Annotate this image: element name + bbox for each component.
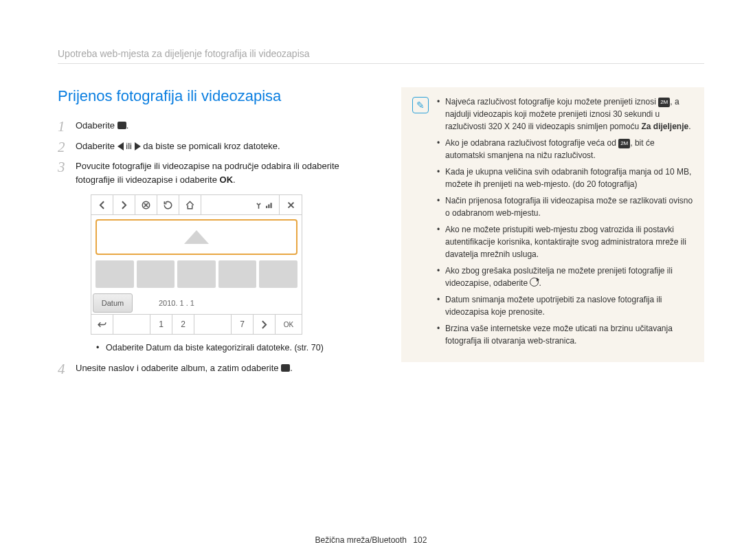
toolbar-spacer — [201, 195, 280, 214]
date-row: Datum 2010. 1 . 1 — [91, 292, 302, 315]
step-3: Povucite fotografije ili videozapise na … — [58, 159, 374, 355]
footer-label: Bežična mreža/Bluetooth — [315, 535, 407, 545]
bottom-gap — [113, 315, 150, 334]
content-columns: Prijenos fotografija ili videozapisa Oda… — [58, 87, 704, 381]
left-column: Prijenos fotografija ili videozapisa Oda… — [58, 87, 374, 381]
page-footer: Bežična mreža/Bluetooth 102 — [0, 535, 742, 545]
step-2-text-c: da biste se pomicali kroz datoteke. — [143, 141, 280, 151]
step-2: Odaberite ili da biste se pomicali kroz … — [58, 139, 374, 153]
page-7-button[interactable]: 7 — [232, 315, 254, 334]
svg-rect-3 — [271, 203, 272, 208]
step-4: Unesite naslov i odaberite album, a zati… — [58, 361, 374, 375]
nav-back-icon[interactable] — [91, 195, 113, 214]
step-1: Odaberite . — [58, 119, 374, 133]
thumbnail[interactable] — [218, 260, 257, 288]
close-icon[interactable] — [280, 195, 302, 214]
date-value: 2010. 1 . 1 — [134, 292, 302, 314]
right-column: ✎ Najveća razlučivost fotografije koju m… — [401, 87, 704, 381]
step-2-text-b: ili — [126, 141, 134, 151]
notice-item: Ako je odabrana razlučivost fotografije … — [437, 137, 693, 161]
retry-icon — [530, 278, 539, 287]
step-1-text: Odaberite — [76, 120, 117, 131]
resolution-2m-icon: 2M — [658, 98, 670, 107]
step-2-text-a: Odaberite — [76, 141, 117, 151]
notice-item: Način prijenosa fotografija ili videozap… — [437, 194, 693, 219]
nav-fwd-icon[interactable] — [113, 195, 135, 214]
notice-list: Najveća razlučivost fotografije koju mož… — [437, 96, 693, 351]
thumbnail[interactable] — [95, 260, 134, 288]
upload-icon — [281, 364, 290, 372]
upload-drop-area[interactable] — [95, 219, 297, 255]
notice-item: Ako zbog grešaka poslužitelja ne možete … — [437, 265, 693, 289]
upload-icon — [117, 122, 126, 129]
page-1-button[interactable]: 1 — [150, 315, 172, 334]
thumbnail-strip — [91, 259, 302, 292]
home-icon[interactable] — [179, 195, 201, 214]
page-next-icon[interactable] — [254, 315, 276, 334]
camera-ui: Datum 2010. 1 . 1 1 2 7 OK — [91, 194, 302, 335]
thumbnail[interactable] — [177, 260, 216, 288]
svg-rect-2 — [268, 204, 269, 208]
return-icon[interactable] — [91, 315, 113, 334]
page-number: 102 — [413, 535, 427, 545]
arrow-right-icon — [135, 142, 141, 150]
notice-box: ✎ Najveća razlučivost fotografije koju m… — [401, 87, 704, 362]
refresh-icon[interactable] — [157, 195, 179, 214]
camera-bottom-bar: 1 2 7 OK — [91, 315, 302, 334]
notice-item: Ako ne možete pristupiti web-mjestu zbog… — [437, 223, 693, 260]
notice-item: Brzina vaše internetske veze može uticat… — [437, 322, 693, 347]
info-icon: ✎ — [412, 97, 429, 113]
notice-item: Najveća razlučivost fotografije koju mož… — [437, 96, 693, 133]
step-3-text: Povucite fotografije ili videozapise na … — [76, 161, 339, 185]
notice-item: Datum snimanja možete upotrijebiti za na… — [437, 293, 693, 318]
camera-toolbar — [91, 195, 302, 215]
document-page: Upotreba web-mjesta za dijeljenje fotogr… — [0, 0, 742, 560]
antenna-icon — [254, 201, 263, 210]
step-3-end: . — [233, 175, 236, 185]
thumbnail[interactable] — [259, 260, 297, 288]
signal-icon — [266, 201, 275, 210]
page-2-button[interactable]: 2 — [172, 315, 194, 334]
step-3-ok: OK — [220, 175, 234, 185]
svg-rect-1 — [266, 205, 267, 208]
notice-item: Kada je ukupna veličina svih odabranih f… — [437, 166, 693, 190]
resolution-2m-icon: 2M — [618, 139, 630, 148]
upload-arrow-icon — [184, 230, 209, 244]
sub-note: Odaberite Datum da biste kategorizirali … — [106, 341, 374, 355]
ok-button[interactable]: OK — [276, 315, 302, 334]
thumbnail[interactable] — [137, 260, 175, 288]
bottom-gap-2 — [194, 315, 232, 334]
datum-button[interactable]: Datum — [93, 293, 133, 313]
section-title: Prijenos fotografija ili videozapisa — [58, 87, 374, 105]
step-list: Odaberite . Odaberite ili da biste se po… — [58, 119, 374, 374]
arrow-left-icon — [117, 142, 124, 150]
breadcrumb: Upotreba web-mjesta za dijeljenje fotogr… — [58, 48, 704, 64]
stop-icon[interactable] — [135, 195, 157, 214]
step-4-text: Unesite naslov i odaberite album, a zati… — [76, 363, 281, 373]
